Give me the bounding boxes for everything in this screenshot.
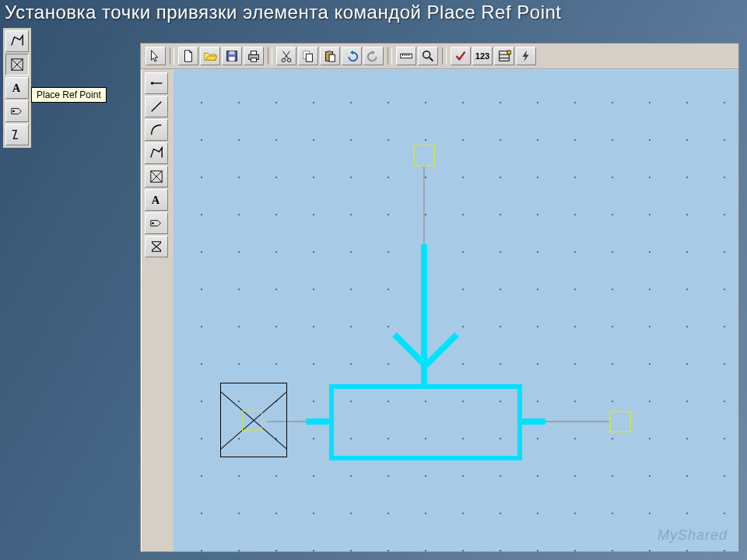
text-tool-icon[interactable]: A bbox=[145, 189, 168, 211]
svg-rect-18 bbox=[328, 51, 331, 53]
svg-rect-9 bbox=[251, 51, 256, 55]
svg-point-4 bbox=[12, 110, 15, 113]
svg-point-14 bbox=[287, 58, 291, 62]
trace-left-stub bbox=[306, 418, 334, 425]
wire-tool-icon[interactable] bbox=[145, 72, 168, 94]
polygon-tool-icon[interactable] bbox=[145, 142, 168, 164]
save-icon[interactable] bbox=[222, 47, 242, 65]
svg-point-13 bbox=[282, 58, 286, 62]
svg-point-25 bbox=[423, 51, 430, 58]
check-icon[interactable] bbox=[451, 47, 471, 65]
separator bbox=[442, 47, 447, 65]
svg-line-12 bbox=[284, 51, 289, 59]
svg-point-38 bbox=[152, 222, 154, 225]
svg-line-33 bbox=[152, 102, 162, 112]
undo-icon[interactable] bbox=[342, 47, 362, 65]
zoom-icon[interactable] bbox=[418, 47, 438, 65]
schematic-canvas[interactable]: MyShared bbox=[174, 70, 738, 551]
svg-text:A: A bbox=[12, 82, 21, 94]
polygon-tool-icon[interactable] bbox=[5, 30, 29, 52]
refpoint-tool-icon[interactable] bbox=[145, 166, 168, 187]
svg-line-26 bbox=[430, 58, 433, 61]
editor-window: 123 A MyShared bbox=[140, 43, 739, 552]
floating-tool-palette: A bbox=[3, 28, 31, 148]
svg-point-30 bbox=[507, 51, 511, 54]
svg-rect-7 bbox=[229, 57, 234, 61]
main-toolbar: 123 bbox=[141, 44, 738, 69]
svg-rect-16 bbox=[306, 54, 312, 61]
drawing-toolbar: A bbox=[142, 70, 170, 260]
lightning-icon[interactable] bbox=[516, 47, 536, 65]
svg-line-40 bbox=[426, 334, 457, 366]
wire-segment bbox=[423, 166, 425, 244]
wire-segment bbox=[545, 421, 611, 422]
ruler-icon[interactable] bbox=[396, 47, 416, 65]
trace-right-stub bbox=[517, 418, 545, 425]
svg-line-39 bbox=[395, 334, 426, 366]
top-pin-marker bbox=[413, 145, 435, 166]
paste-icon[interactable] bbox=[320, 47, 340, 65]
refpoint-tool-icon[interactable] bbox=[5, 54, 29, 75]
arc-tool-icon[interactable] bbox=[145, 119, 168, 141]
svg-text:A: A bbox=[152, 194, 160, 206]
svg-rect-6 bbox=[229, 51, 234, 55]
watermark: MyShared bbox=[658, 527, 728, 544]
page-title: Установка точки привязки элемента команд… bbox=[5, 2, 562, 23]
options-icon[interactable] bbox=[494, 47, 514, 65]
component-body bbox=[329, 384, 522, 460]
tag-tool-icon[interactable] bbox=[5, 100, 29, 122]
copy-icon[interactable] bbox=[298, 47, 318, 65]
svg-rect-20 bbox=[401, 54, 412, 58]
svg-line-11 bbox=[283, 51, 289, 59]
pointer-icon[interactable] bbox=[146, 47, 166, 65]
text-tool-icon[interactable]: A bbox=[5, 77, 29, 99]
numeric-123-icon[interactable]: 123 bbox=[472, 47, 493, 65]
refpoint-tooltip: Place Ref Point bbox=[31, 87, 107, 103]
separator bbox=[388, 47, 392, 65]
open-file-icon[interactable] bbox=[200, 47, 220, 65]
new-file-icon[interactable] bbox=[178, 47, 198, 65]
print-icon[interactable] bbox=[244, 47, 264, 65]
misc-tool-icon[interactable] bbox=[5, 124, 29, 145]
right-pin-marker bbox=[609, 411, 631, 432]
separator bbox=[170, 47, 174, 65]
svg-rect-19 bbox=[329, 54, 335, 61]
sigma-tool-icon[interactable] bbox=[145, 236, 168, 257]
redo-icon[interactable] bbox=[363, 47, 384, 65]
ref-point-inner bbox=[242, 411, 262, 431]
svg-rect-10 bbox=[251, 58, 256, 62]
tag-tool-icon[interactable] bbox=[145, 212, 168, 234]
arrow-down-icon bbox=[388, 328, 463, 375]
separator bbox=[268, 47, 272, 65]
cut-icon[interactable] bbox=[276, 47, 296, 65]
line-tool-icon[interactable] bbox=[145, 96, 168, 117]
